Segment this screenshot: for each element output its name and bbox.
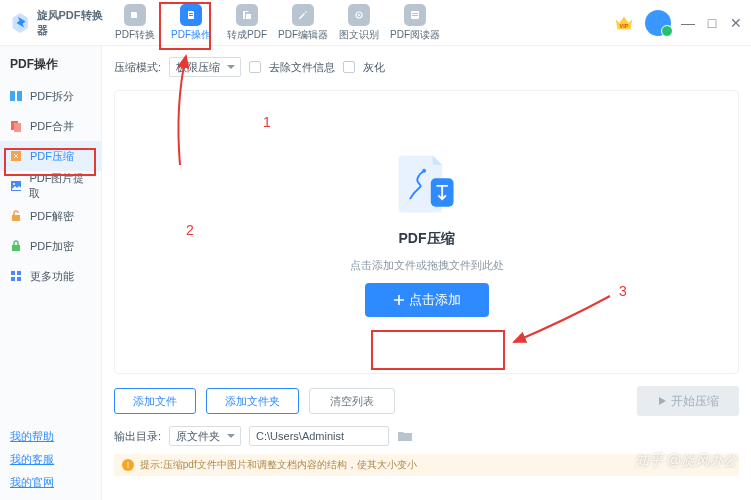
svg-rect-18 (17, 271, 21, 275)
tab-ocr[interactable]: 图文识别 (332, 1, 386, 45)
tab-pdf-editor[interactable]: PDF编辑器 (276, 1, 330, 45)
svg-rect-16 (12, 245, 20, 251)
drop-title: PDF压缩 (399, 230, 455, 248)
maximize-button[interactable]: □ (705, 16, 719, 30)
btn-add-file[interactable]: 添加文件 (114, 388, 196, 414)
sidebar: PDF操作 PDF拆分 PDF合并 PDF压缩 PDF图片提取 PDF解密 PD… (0, 46, 102, 500)
compress-file-icon (389, 148, 465, 220)
svg-rect-1 (189, 15, 193, 16)
vip-icon[interactable]: VIP (613, 13, 635, 33)
checkbox-remove-info-label: 去除文件信息 (269, 60, 335, 75)
sidebar-item-extract-image[interactable]: PDF图片提取 (0, 171, 101, 201)
drop-subtitle: 点击添加文件或拖拽文件到此处 (350, 258, 504, 273)
more-icon (8, 268, 24, 284)
compress-mode-label: 压缩模式: (114, 60, 161, 75)
app-logo: 旋风PDF转换器 (8, 8, 104, 38)
tab-pdf-reader[interactable]: PDF阅读器 (388, 1, 442, 45)
link-help[interactable]: 我的帮助 (10, 429, 91, 444)
top-bar: 旋风PDF转换器 PDF转换 PDF操作 转成PDF PDF编辑器 图文识别 P… (0, 0, 751, 46)
options-row: 压缩模式: 极限压缩 去除文件信息 灰化 (114, 54, 739, 80)
button-bar: 添加文件 添加文件夹 清空列表 开始压缩 (114, 386, 739, 416)
svg-rect-8 (10, 91, 15, 101)
compress-icon (8, 148, 24, 164)
play-icon (657, 396, 667, 406)
split-icon (8, 88, 24, 104)
sidebar-item-more[interactable]: 更多功能 (0, 261, 101, 291)
checkbox-grayscale-label: 灰化 (363, 60, 385, 75)
merge-icon (8, 118, 24, 134)
link-support[interactable]: 我的客服 (10, 452, 91, 467)
svg-rect-11 (14, 123, 21, 132)
tab-pdf-operate[interactable]: PDF操作 (164, 1, 218, 45)
folder-open-icon[interactable] (397, 429, 413, 443)
svg-point-14 (13, 183, 15, 185)
lock-icon (8, 238, 24, 254)
compress-mode-select[interactable]: 极限压缩 (169, 57, 241, 77)
sidebar-header: PDF操作 (0, 46, 101, 81)
svg-rect-20 (17, 277, 21, 281)
sidebar-item-encrypt[interactable]: PDF加密 (0, 231, 101, 261)
close-button[interactable]: ✕ (729, 16, 743, 30)
checkbox-grayscale[interactable] (343, 61, 355, 73)
checkbox-remove-info[interactable] (249, 61, 261, 73)
svg-rect-19 (11, 277, 15, 281)
add-file-button[interactable]: 点击添加 (365, 283, 489, 317)
output-folder-select[interactable]: 原文件夹 (169, 426, 241, 446)
window-controls: VIP — □ ✕ (613, 10, 743, 36)
sidebar-item-compress[interactable]: PDF压缩 (0, 141, 101, 171)
btn-clear-list[interactable]: 清空列表 (309, 388, 395, 414)
tip-text: 提示:压缩pdf文件中图片和调整文档内容的结构，使其大小变小 (140, 458, 417, 472)
tab-pdf-convert[interactable]: PDF转换 (108, 1, 162, 45)
sidebar-footer: 我的帮助 我的客服 我的官网 (0, 415, 101, 500)
app-name: 旋风PDF转换器 (37, 8, 104, 38)
link-website[interactable]: 我的官网 (10, 475, 91, 490)
unlock-icon (8, 208, 24, 224)
output-label: 输出目录: (114, 429, 161, 444)
image-icon (8, 178, 23, 194)
svg-text:VIP: VIP (620, 22, 629, 28)
svg-rect-9 (17, 91, 22, 101)
btn-add-folder[interactable]: 添加文件夹 (206, 388, 299, 414)
sidebar-item-decrypt[interactable]: PDF解密 (0, 201, 101, 231)
drop-zone[interactable]: PDF压缩 点击添加文件或拖拽文件到此处 点击添加 (114, 90, 739, 374)
svg-rect-5 (412, 13, 418, 14)
svg-rect-17 (11, 271, 15, 275)
logo-icon (8, 9, 33, 37)
svg-point-3 (358, 14, 360, 16)
output-path[interactable]: C:\Users\Administ (249, 426, 389, 446)
sidebar-item-split[interactable]: PDF拆分 (0, 81, 101, 111)
sidebar-item-merge[interactable]: PDF合并 (0, 111, 101, 141)
svg-rect-0 (189, 13, 193, 14)
main-panel: 压缩模式: 极限压缩 去除文件信息 灰化 PDF压缩 点击添加文件或拖拽文件到此… (102, 46, 751, 500)
btn-start-compress[interactable]: 开始压缩 (637, 386, 739, 416)
svg-point-21 (422, 168, 426, 172)
minimize-button[interactable]: — (681, 16, 695, 30)
tab-to-pdf[interactable]: 转成PDF (220, 1, 274, 45)
main-tabs: PDF转换 PDF操作 转成PDF PDF编辑器 图文识别 PDF阅读器 (108, 1, 442, 45)
output-row: 输出目录: 原文件夹 C:\Users\Administ (114, 426, 739, 446)
svg-rect-6 (412, 15, 418, 16)
info-icon: ! (122, 459, 134, 471)
user-avatar[interactable] (645, 10, 671, 36)
watermark: 知乎 @旋风办公 (635, 452, 737, 470)
plus-icon (393, 294, 405, 306)
svg-rect-15 (12, 215, 20, 221)
